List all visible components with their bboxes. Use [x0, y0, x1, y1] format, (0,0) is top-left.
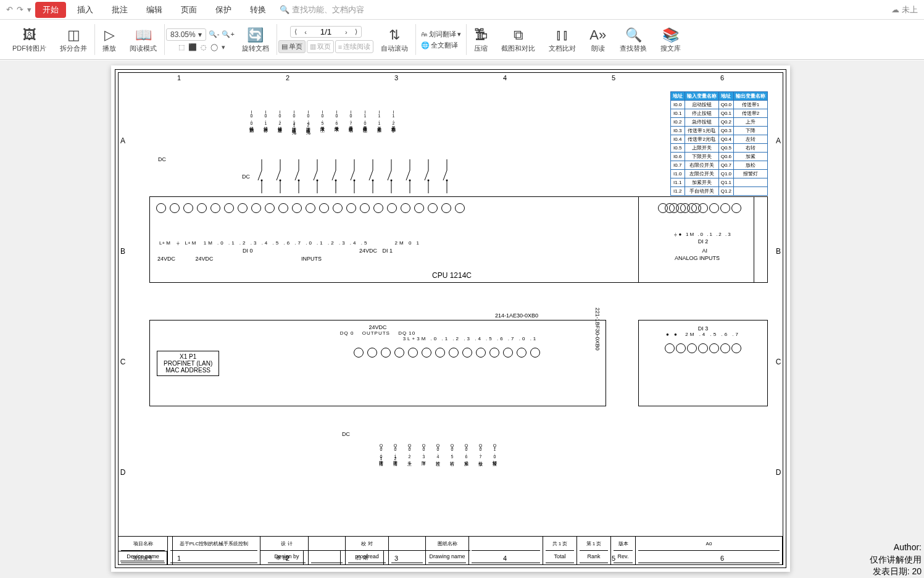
document-viewport[interactable]: 123456 123456 ABCD ABCD 地址输入变量名称地址输出变量名称… — [0, 61, 924, 578]
cloud-status[interactable]: ☁ 未上 — [891, 4, 918, 15]
svg-line-37 — [425, 170, 428, 180]
extension-input-block: document.write(Array(7).fill('<div class… — [638, 196, 768, 283]
first-page-icon[interactable]: ⟨ — [291, 27, 301, 37]
svg-point-19 — [335, 180, 337, 182]
translate-icon: 🌐 — [421, 41, 430, 49]
quick-access: ↶ ↷ ▾ — [6, 5, 31, 14]
dc-label-1: DC — [158, 156, 166, 162]
chevron-down-icon: ▾ — [457, 30, 461, 38]
fit-selection-icon[interactable]: ◌ — [201, 43, 207, 51]
cloud-icon: ☁ — [891, 5, 899, 14]
compare-icon: ⫿⫿ — [556, 27, 569, 44]
svg-point-11 — [298, 180, 300, 182]
search-placeholder: 查找功能、文档内容 — [292, 4, 364, 15]
find-icon: 🔍 — [625, 27, 642, 44]
rotate-icon: 🔄 — [247, 27, 264, 44]
profinet-lan-box: X1 P1 PROFINET (LAN) MAC ADDRESS — [157, 351, 219, 376]
btn-find-replace[interactable]: 🔍查找替换 — [614, 20, 653, 59]
tab-protect[interactable]: 保护 — [208, 2, 239, 18]
tab-start[interactable]: 开始 — [35, 2, 66, 18]
cpu-part-number: 214-1AE30-0XB0 — [495, 312, 538, 319]
btn-continuous[interactable]: ≡连续阅读 — [335, 40, 373, 53]
next-page-icon[interactable]: › — [341, 27, 351, 37]
btn-full-translate[interactable]: 🌐全文翻译 — [421, 41, 461, 50]
fit-page-icon[interactable]: ⬚ — [178, 43, 185, 51]
tab-annotate[interactable]: 批注 — [104, 2, 135, 18]
svg-line-17 — [332, 170, 336, 180]
btn-word-translate[interactable]: 🗛划词翻译▾ — [421, 30, 461, 39]
btn-screenshot-compare[interactable]: ⧉截图和对比 — [495, 20, 541, 59]
btn-single-page[interactable]: ▤单页 — [278, 40, 306, 53]
dc-label-2: DC — [242, 174, 250, 180]
svg-line-1 — [258, 170, 262, 180]
switch-symbols — [257, 159, 553, 193]
page-nav: ⟨ ‹ › ⟩ — [290, 26, 361, 38]
svg-point-7 — [280, 180, 281, 182]
fit-icons: ⬚ ⬛ ◌ ◯ ▾ — [178, 43, 225, 51]
tab-page[interactable]: 页面 — [173, 2, 204, 18]
zoom-select[interactable]: 83.05%▾ — [166, 28, 206, 41]
search-icon: 🔍 — [280, 5, 289, 14]
btn-play[interactable]: ▷播放 — [96, 20, 122, 59]
dict-icon: 🗛 — [421, 30, 428, 38]
screenshot-icon: ⧉ — [514, 27, 523, 44]
svg-line-41 — [443, 170, 447, 180]
qat-dropdown-icon[interactable]: ▾ — [27, 5, 31, 14]
dc-label-3: DC — [342, 431, 350, 437]
svg-line-25 — [369, 170, 373, 180]
zoom-out-icon[interactable]: 🔍- — [209, 30, 220, 38]
tab-edit[interactable]: 编辑 — [139, 2, 170, 18]
undo-icon[interactable]: ↶ — [6, 5, 13, 14]
svg-point-31 — [391, 180, 393, 182]
svg-point-35 — [409, 180, 411, 182]
btn-rotate[interactable]: 🔄旋转文档 — [236, 20, 275, 59]
svg-line-29 — [388, 170, 391, 180]
ruler-left: ABCD — [119, 85, 127, 527]
prev-page-icon[interactable]: ‹ — [301, 27, 310, 37]
tab-insert[interactable]: 插入 — [70, 2, 101, 18]
compress-icon: 🗜 — [474, 27, 488, 44]
watermark-text: Author: 仅作讲解使用 发表日期: 20 — [870, 542, 922, 578]
fit-other-icon[interactable]: ◯ — [210, 43, 218, 51]
btn-doc-compare[interactable]: ⫿⫿文档比对 — [543, 20, 582, 59]
btn-pdf-to-image[interactable]: 🖼PDF转图片 — [6, 20, 52, 59]
redo-icon[interactable]: ↷ — [17, 5, 23, 14]
doublepage-icon: ▥ — [310, 43, 316, 51]
tab-convert[interactable]: 转换 — [243, 2, 273, 18]
library-icon: 📚 — [662, 27, 679, 44]
ruler-right: ABCD — [774, 85, 783, 527]
btn-compress[interactable]: 🗜压缩 — [468, 20, 494, 59]
svg-point-23 — [354, 180, 356, 182]
svg-point-39 — [428, 180, 430, 182]
ribbon-toolbar: 🖼PDF转图片 ◫拆分合并 ▷播放 📖阅读模式 83.05%▾ 🔍- 🔍+ ⬚ … — [0, 20, 924, 60]
btn-search-library[interactable]: 📚搜文库 — [654, 20, 687, 59]
search-function[interactable]: 🔍 查找功能、文档内容 — [280, 4, 364, 15]
scroll-icon: ⇅ — [389, 27, 400, 44]
split-icon: ◫ — [67, 27, 80, 44]
fit-more-icon[interactable]: ▾ — [222, 43, 225, 51]
play-icon: ▷ — [104, 27, 115, 44]
svg-point-15 — [317, 180, 318, 182]
svg-line-5 — [277, 170, 280, 180]
ruler-top: 123456 — [125, 74, 776, 83]
btn-autoscroll[interactable]: ⇅自动滚动 — [375, 20, 414, 59]
page-input[interactable] — [310, 27, 341, 36]
zoom-in-icon[interactable]: 🔍+ — [222, 30, 234, 38]
svg-line-33 — [406, 170, 410, 180]
svg-line-21 — [351, 170, 354, 180]
image-icon: 🖼 — [23, 27, 36, 44]
book-icon: 📖 — [135, 27, 152, 44]
tab-bar: ↶ ↷ ▾ 开始 插入 批注 编辑 页面 保护 转换 🔍 查找功能、文档内容 ☁… — [0, 0, 924, 20]
singlepage-icon: ▤ — [281, 43, 288, 51]
io-variable-table: 地址输入变量名称地址输出变量名称 I0.0启动按钮Q0.0传送带1I0.1停止按… — [670, 91, 768, 196]
btn-split-merge[interactable]: ◫拆分合并 — [54, 20, 93, 59]
ext-part-number: 221-1BF30-0XB0 — [594, 308, 601, 351]
output-wire-labels: Q0.0传送带1Q0.1传送带2Q0.2上升Q0.3下降Q0.4左转Q0.5右转… — [378, 443, 637, 530]
last-page-icon[interactable]: ⟩ — [351, 27, 361, 37]
btn-read-aloud[interactable]: A»朗读 — [583, 20, 612, 59]
btn-double-page[interactable]: ▥双页 — [307, 40, 334, 53]
fit-width-icon[interactable]: ⬛ — [188, 43, 197, 51]
svg-line-9 — [295, 170, 299, 180]
extension-output-block: DI 3 ● ● 2M .4 .5 .6 .7 document.write(A… — [638, 320, 768, 406]
btn-read-mode[interactable]: 📖阅读模式 — [123, 20, 163, 59]
